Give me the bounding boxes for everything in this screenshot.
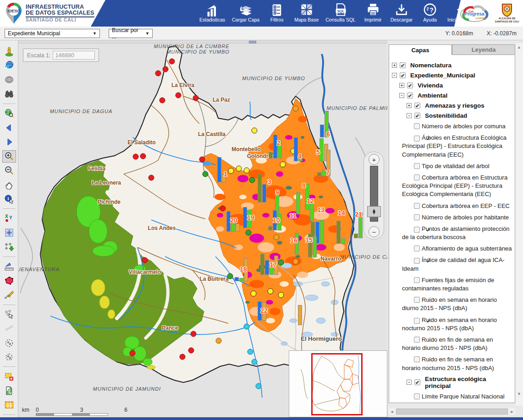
scale-input[interactable] <box>53 51 95 60</box>
zoom-in-tool[interactable] <box>2 150 16 163</box>
red-point-marker[interactable] <box>133 154 139 160</box>
add-features-tool[interactable] <box>2 241 16 253</box>
zoom-slider[interactable]: + ▲▼ − <box>363 152 384 240</box>
layer-checkbox[interactable] <box>414 245 420 251</box>
orange-point-marker[interactable] <box>293 259 299 265</box>
tree-expander[interactable]: - <box>399 93 404 98</box>
add-service-tool[interactable] <box>2 59 16 71</box>
layer-group-dropdown[interactable]: Expediente Municipal ▼ <box>5 29 100 38</box>
panel-vertical-scrollbar[interactable]: ▲ ▼ <box>515 43 523 406</box>
layer-checkbox[interactable] <box>414 214 420 220</box>
layer-checkbox[interactable] <box>414 297 420 303</box>
search-place-tool[interactable] <box>2 88 16 100</box>
cyan-point-marker[interactable] <box>244 324 250 330</box>
zoom-slider-handle[interactable]: ▲▼ <box>367 206 381 217</box>
layer-checkbox[interactable]: ✔ <box>414 113 420 119</box>
cyan-point-marker[interactable] <box>252 359 258 365</box>
yellow-point-marker[interactable] <box>236 166 242 172</box>
edit-vertex-tool[interactable] <box>2 289 16 301</box>
overview-extent-rectangle[interactable] <box>311 353 363 415</box>
zoom-out-slider-button[interactable]: − <box>369 226 380 237</box>
descargar-button[interactable]: Descargar <box>389 1 414 23</box>
yellow-point-marker[interactable] <box>251 291 257 297</box>
select-points-tool[interactable] <box>2 308 16 321</box>
layer-checkbox[interactable]: ✔ <box>414 379 420 385</box>
layer-checkbox[interactable]: ✔ <box>414 227 420 233</box>
red-point-marker[interactable] <box>199 157 205 163</box>
tree-expander[interactable]: - <box>407 380 412 385</box>
map-viewport[interactable]: MUNICIPIO DE LA CUMBREMUNICIPIO DE YUMBO… <box>18 40 387 417</box>
red-point-marker[interactable] <box>188 348 194 354</box>
green-point-marker[interactable] <box>246 230 252 236</box>
attribute-table-tool[interactable] <box>2 399 16 411</box>
layer-checkbox[interactable]: ✔ <box>414 318 420 324</box>
yellow-point-marker[interactable] <box>268 289 274 295</box>
red-point-marker[interactable] <box>193 95 199 101</box>
panel-horizontal-scrollbar[interactable]: ◄ ► <box>389 408 515 415</box>
street-view-tool[interactable] <box>2 45 16 57</box>
red-point-marker[interactable] <box>155 71 161 76</box>
tree-expander[interactable]: - <box>392 73 397 78</box>
center-map-tool[interactable] <box>2 227 16 239</box>
pan-tool[interactable] <box>2 179 16 191</box>
green-point-marker[interactable] <box>278 260 284 266</box>
estadisticas-button[interactable]: Estadisticas <box>198 1 226 23</box>
select-circle-tool[interactable] <box>2 337 16 349</box>
tab-capas[interactable]: Capas <box>389 44 452 55</box>
red-point-marker[interactable] <box>140 153 146 159</box>
red-point-marker[interactable] <box>220 206 226 212</box>
layer-checkbox[interactable] <box>414 356 420 362</box>
tab-leyenda[interactable]: Leyenda <box>452 44 515 55</box>
layer-checkbox[interactable] <box>414 337 420 343</box>
cyan-point-marker[interactable] <box>256 383 262 389</box>
scroll-up-arrow[interactable]: ▲ <box>515 43 523 51</box>
search-by-dropdown[interactable]: Buscar por ... ▼ <box>109 29 153 38</box>
red-point-marker[interactable] <box>142 257 148 263</box>
layer-checkbox[interactable]: ✔ <box>400 62 406 68</box>
green-point-marker[interactable] <box>249 177 255 183</box>
layer-checkbox[interactable]: ✔ <box>407 82 413 88</box>
next-extent-tool[interactable] <box>2 136 16 148</box>
scroll-down-arrow[interactable]: ▼ <box>515 390 523 398</box>
tree-expander[interactable]: + <box>392 63 397 68</box>
yellow-point-marker[interactable] <box>252 128 258 134</box>
layer-checkbox[interactable] <box>414 123 420 129</box>
tree-expander[interactable]: + <box>399 83 404 88</box>
refresh-tool[interactable] <box>2 385 16 397</box>
select-polygon-tool[interactable] <box>2 351 16 363</box>
layer-checkbox[interactable] <box>414 175 420 180</box>
hscroll-thumb[interactable] <box>396 409 508 415</box>
yellow-point-marker[interactable] <box>278 292 284 298</box>
identify-tool[interactable]: i <box>2 193 16 205</box>
previous-extent-tool[interactable] <box>2 121 16 134</box>
red-point-marker[interactable] <box>130 350 136 356</box>
layer-checkbox[interactable] <box>414 163 420 169</box>
yellow-point-marker[interactable] <box>244 168 250 174</box>
full-extent-tool[interactable] <box>2 107 16 120</box>
overview-inset-map[interactable] <box>289 350 387 417</box>
filtros-button[interactable]: Filtros <box>265 1 289 23</box>
layer-checkbox[interactable]: ✔ <box>414 136 420 142</box>
scroll-right-arrow[interactable]: ► <box>509 409 515 414</box>
layer-checkbox[interactable] <box>414 203 420 209</box>
ayuda-button[interactable]: ?Ayuda <box>418 1 442 23</box>
red-point-marker[interactable] <box>160 98 165 104</box>
tree-expander[interactable]: + <box>407 103 412 108</box>
consulta-sql-button[interactable]: SQLConsulta SQL <box>324 1 357 23</box>
measure-tool[interactable] <box>2 260 16 273</box>
zoom-out-tool[interactable] <box>2 164 16 177</box>
imprimir-button[interactable]: Imprimir <box>361 1 385 23</box>
xy-coordinates-tool[interactable]: XY <box>2 212 16 224</box>
orange-point-marker[interactable] <box>293 106 299 112</box>
layer-checkbox[interactable] <box>414 393 420 399</box>
collapse-handle[interactable] <box>249 41 256 44</box>
layer-checkbox[interactable]: ✔ <box>407 93 413 98</box>
yellow-point-marker[interactable] <box>280 162 286 168</box>
layer-checkbox[interactable]: ✔ <box>414 258 420 264</box>
orange-point-marker[interactable] <box>274 235 280 240</box>
layer-checkbox[interactable] <box>414 277 420 283</box>
red-point-marker[interactable] <box>176 93 182 98</box>
layer-checkbox[interactable]: ✔ <box>400 72 406 78</box>
clear-selection-tool[interactable] <box>2 370 16 382</box>
layer-checkbox[interactable]: ✔ <box>414 103 420 109</box>
